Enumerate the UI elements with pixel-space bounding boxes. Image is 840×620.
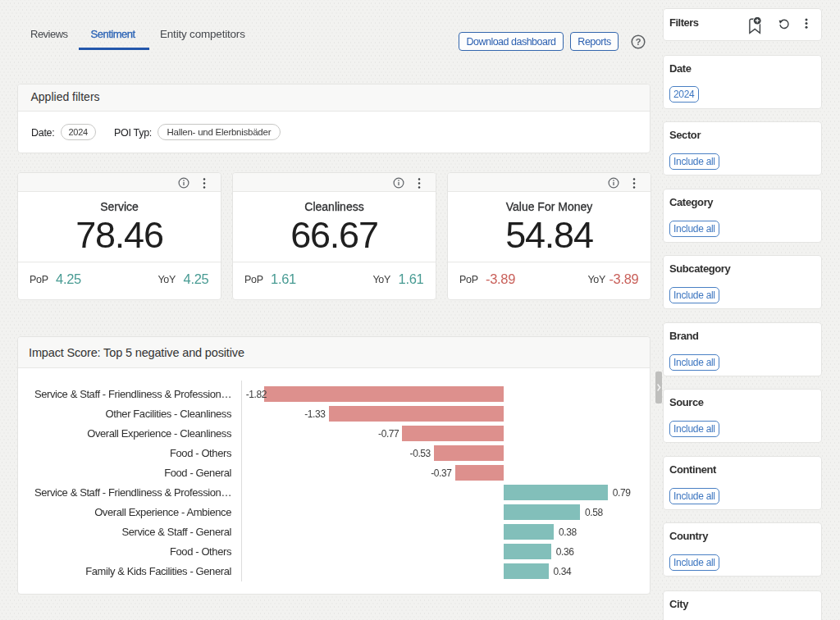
- svg-text:?: ?: [636, 37, 641, 47]
